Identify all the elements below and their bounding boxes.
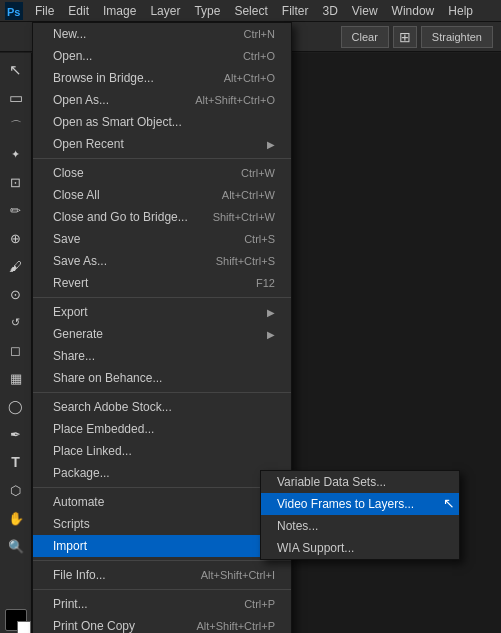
menu-close-bridge[interactable]: Close and Go to Bridge... Shift+Ctrl+W <box>33 206 291 228</box>
cursor-icon: ↖ <box>443 495 455 511</box>
submenu-variable-data-sets[interactable]: Variable Data Sets... <box>261 471 459 493</box>
menu-type[interactable]: Type <box>187 0 227 22</box>
menu-share[interactable]: Share... <box>33 345 291 367</box>
tool-quick-select[interactable]: ✦ <box>3 141 29 167</box>
menu-print-one-copy[interactable]: Print One Copy Alt+Shift+Ctrl+P <box>33 615 291 633</box>
import-submenu: Variable Data Sets... Video Frames to La… <box>260 470 460 560</box>
menu-filter[interactable]: Filter <box>275 0 316 22</box>
tool-lasso[interactable]: ⌒ <box>3 113 29 139</box>
tool-move[interactable]: ↖ <box>3 57 29 83</box>
submenu-notes[interactable]: Notes... <box>261 515 459 537</box>
menu-image[interactable]: Image <box>96 0 143 22</box>
tool-eyedropper[interactable]: ✏ <box>3 197 29 223</box>
tool-dodge[interactable]: ◯ <box>3 393 29 419</box>
menu-help[interactable]: Help <box>441 0 480 22</box>
tool-zoom[interactable]: 🔍 <box>3 533 29 559</box>
straighten-button[interactable]: Straighten <box>421 26 493 48</box>
menu-new[interactable]: New... Ctrl+N <box>33 23 291 45</box>
tool-pen[interactable]: ✒ <box>3 421 29 447</box>
file-dropdown-menu: New... Ctrl+N Open... Ctrl+O Browse in B… <box>32 22 292 633</box>
tool-crop[interactable]: ⊡ <box>3 169 29 195</box>
menu-file[interactable]: File <box>28 0 61 22</box>
menu-automate[interactable]: Automate ▶ <box>33 491 291 513</box>
menu-select[interactable]: Select <box>227 0 274 22</box>
menu-print[interactable]: Print... Ctrl+P <box>33 593 291 615</box>
toolbar-icon-1[interactable]: ⊞ <box>393 26 417 48</box>
menu-place-linked[interactable]: Place Linked... <box>33 440 291 462</box>
menu-file-info[interactable]: File Info... Alt+Shift+Ctrl+I <box>33 564 291 586</box>
clear-button[interactable]: Clear <box>341 26 389 48</box>
menu-3d[interactable]: 3D <box>315 0 344 22</box>
separator-2 <box>33 297 291 298</box>
separator-6 <box>33 589 291 590</box>
menu-package[interactable]: Package... <box>33 462 291 484</box>
tool-gradient[interactable]: ▦ <box>3 365 29 391</box>
menu-bar: Ps File Edit Image Layer Type Select Fil… <box>0 0 501 22</box>
separator-5 <box>33 560 291 561</box>
menu-place-embedded[interactable]: Place Embedded... <box>33 418 291 440</box>
tool-brush[interactable]: 🖌 <box>3 253 29 279</box>
menu-open[interactable]: Open... Ctrl+O <box>33 45 291 67</box>
menu-revert[interactable]: Revert F12 <box>33 272 291 294</box>
tool-hand[interactable]: ✋ <box>3 505 29 531</box>
app-logo: Ps <box>4 1 24 21</box>
menu-layer[interactable]: Layer <box>143 0 187 22</box>
menu-open-as[interactable]: Open As... Alt+Shift+Ctrl+O <box>33 89 291 111</box>
menu-share-behance[interactable]: Share on Behance... <box>33 367 291 389</box>
menu-window[interactable]: Window <box>385 0 442 22</box>
tool-marquee[interactable]: ▭ <box>3 85 29 111</box>
menu-view[interactable]: View <box>345 0 385 22</box>
menu-import[interactable]: Import ▶ <box>33 535 291 557</box>
tool-stamp[interactable]: ⊙ <box>3 281 29 307</box>
menu-export[interactable]: Export ▶ <box>33 301 291 323</box>
menu-open-smart-object[interactable]: Open as Smart Object... <box>33 111 291 133</box>
menu-save[interactable]: Save Ctrl+S <box>33 228 291 250</box>
menu-save-as[interactable]: Save As... Shift+Ctrl+S <box>33 250 291 272</box>
menu-edit[interactable]: Edit <box>61 0 96 22</box>
foreground-color[interactable] <box>5 609 27 631</box>
tool-shape[interactable]: ⬡ <box>3 477 29 503</box>
separator-3 <box>33 392 291 393</box>
menu-close-all[interactable]: Close All Alt+Ctrl+W <box>33 184 291 206</box>
tool-history[interactable]: ↺ <box>3 309 29 335</box>
left-sidebar: ↖ ▭ ⌒ ✦ ⊡ ✏ ⊕ 🖌 ⊙ ↺ ◻ ▦ ◯ ✒ T ⬡ ✋ 🔍 <box>0 53 32 633</box>
menu-browse-bridge[interactable]: Browse in Bridge... Alt+Ctrl+O <box>33 67 291 89</box>
menu-close[interactable]: Close Ctrl+W <box>33 162 291 184</box>
separator-1 <box>33 158 291 159</box>
menu-open-recent[interactable]: Open Recent ▶ <box>33 133 291 155</box>
tool-healing[interactable]: ⊕ <box>3 225 29 251</box>
svg-text:Ps: Ps <box>7 6 20 18</box>
menu-search-stock[interactable]: Search Adobe Stock... <box>33 396 291 418</box>
menu-scripts[interactable]: Scripts ▶ <box>33 513 291 535</box>
submenu-video-frames-to-layers[interactable]: Video Frames to Layers... ↖ <box>261 493 459 515</box>
submenu-wia-support[interactable]: WIA Support... <box>261 537 459 559</box>
tool-type[interactable]: T <box>3 449 29 475</box>
tool-eraser[interactable]: ◻ <box>3 337 29 363</box>
separator-4 <box>33 487 291 488</box>
menu-generate[interactable]: Generate ▶ <box>33 323 291 345</box>
